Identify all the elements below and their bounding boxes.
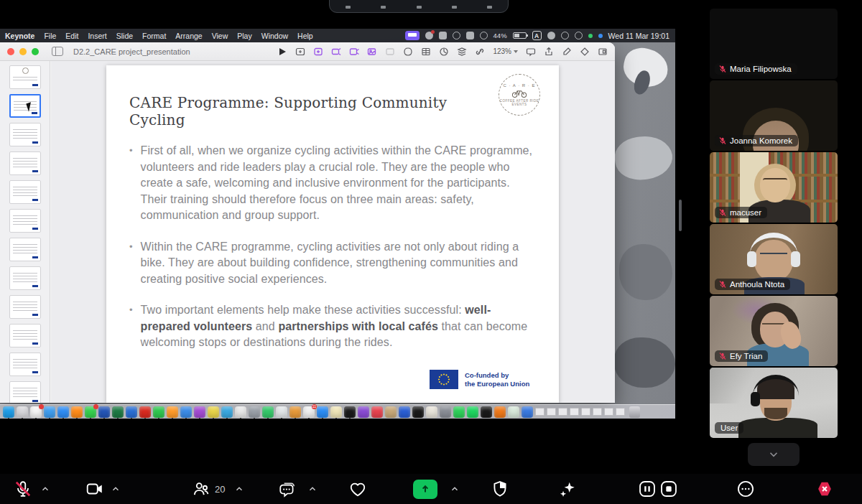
participant-tile-joanna[interactable]: Joanna Komorek bbox=[710, 80, 838, 151]
share-options-chevron[interactable] bbox=[447, 474, 463, 504]
menu-slide[interactable]: Slide bbox=[116, 32, 133, 40]
participant-tile-user[interactable]: User bbox=[710, 368, 838, 438]
keynote-app-icon[interactable] bbox=[167, 406, 178, 418]
menu-view[interactable]: View bbox=[212, 32, 228, 40]
share-screen-green-button[interactable] bbox=[413, 480, 437, 499]
more-button[interactable] bbox=[731, 474, 760, 504]
participants-button[interactable] bbox=[188, 474, 214, 504]
stop-recording-button[interactable] bbox=[658, 474, 680, 504]
launchpad-app-icon[interactable] bbox=[17, 406, 28, 418]
video-options-chevron[interactable] bbox=[108, 474, 124, 504]
slide-thumbnail[interactable] bbox=[9, 266, 41, 290]
dots-app-app-icon[interactable] bbox=[481, 406, 492, 418]
minimize-window-button[interactable] bbox=[19, 48, 27, 55]
spotify-app-icon[interactable] bbox=[467, 406, 478, 418]
minimized-window[interactable] bbox=[558, 408, 567, 416]
chat-button[interactable] bbox=[273, 474, 302, 504]
bluetooth-icon[interactable] bbox=[480, 32, 488, 39]
notification-app-icon[interactable] bbox=[425, 32, 433, 39]
animate-icon[interactable] bbox=[580, 47, 590, 57]
zoom-app-icon[interactable] bbox=[262, 406, 274, 418]
share-icon[interactable] bbox=[544, 47, 554, 57]
record-status-icon[interactable] bbox=[453, 32, 460, 39]
ai-companion-button[interactable] bbox=[553, 474, 582, 504]
minimized-window[interactable] bbox=[581, 408, 590, 416]
slide-thumbnail[interactable] bbox=[9, 180, 41, 204]
screen-sharing-active-icon[interactable] bbox=[405, 31, 420, 40]
participant-tile-anthoula[interactable]: Anthoula Ntota bbox=[710, 224, 838, 294]
cream-app-app-icon[interactable] bbox=[426, 406, 437, 418]
floating-meeting-controls[interactable] bbox=[329, 0, 509, 13]
participant-tile-maria[interactable]: Maria Filipowska bbox=[710, 9, 838, 79]
table-icon[interactable] bbox=[421, 47, 431, 57]
zoom-window-button[interactable] bbox=[32, 48, 39, 55]
slide-thumbnail[interactable] bbox=[9, 123, 41, 146]
input-source-icon[interactable]: A bbox=[532, 31, 542, 40]
minimized-window[interactable] bbox=[570, 408, 579, 416]
menu-bar-clock[interactable]: Wed 11 Mar 19:01 bbox=[608, 32, 669, 40]
music-app-icon[interactable] bbox=[371, 406, 383, 418]
photo-booth-app-icon[interactable] bbox=[385, 406, 397, 418]
shared-content-scrollbar[interactable] bbox=[679, 200, 682, 231]
slide-thumbnail[interactable] bbox=[9, 94, 41, 118]
outlook-app-icon[interactable] bbox=[126, 406, 137, 418]
gray-app-app-icon[interactable] bbox=[440, 406, 451, 418]
menu-insert[interactable]: Insert bbox=[88, 32, 106, 40]
amazon-app-icon[interactable] bbox=[508, 406, 519, 418]
media-purple-icon[interactable] bbox=[367, 47, 377, 57]
star-app-app-icon[interactable] bbox=[399, 406, 410, 418]
numbers-app-icon[interactable] bbox=[153, 406, 164, 418]
zoom-level-control[interactable]: 123% bbox=[493, 47, 518, 55]
audio-options-chevron[interactable] bbox=[37, 474, 53, 504]
blue-app-app-icon[interactable] bbox=[522, 406, 533, 418]
end-meeting-button[interactable] bbox=[810, 474, 839, 504]
menu-play[interactable]: Play bbox=[237, 32, 251, 40]
shape-purple-icon[interactable] bbox=[349, 47, 359, 57]
whatsapp-app-icon[interactable] bbox=[453, 406, 465, 418]
trash-icon[interactable] bbox=[629, 406, 640, 418]
shapes-stack-icon[interactable] bbox=[457, 47, 467, 57]
folder-app-icon[interactable] bbox=[44, 406, 55, 418]
menu-window[interactable]: Window bbox=[261, 32, 288, 40]
zwift-app-icon[interactable] bbox=[494, 406, 506, 418]
photos-app-icon[interactable] bbox=[235, 406, 246, 418]
sidebar-toggle-icon[interactable] bbox=[52, 47, 63, 56]
wifi-icon[interactable] bbox=[547, 32, 555, 39]
minimized-window[interactable] bbox=[547, 408, 556, 416]
participants-options-chevron[interactable] bbox=[231, 474, 247, 504]
slide-thumbnail[interactable] bbox=[9, 65, 41, 89]
participant-tile-efy[interactable]: Efy Trian bbox=[710, 296, 838, 366]
current-slide[interactable]: CARE Programme: Supporting Community Cyc… bbox=[106, 65, 559, 403]
play-slideshow-button[interactable] bbox=[277, 47, 287, 57]
chat-options-chevron[interactable] bbox=[305, 474, 320, 504]
pages-app-icon[interactable] bbox=[180, 406, 192, 418]
affinity-app-icon[interactable] bbox=[194, 406, 205, 418]
word-app-icon[interactable] bbox=[98, 406, 110, 418]
shape-library-icon[interactable] bbox=[403, 47, 413, 57]
minimized-window[interactable] bbox=[593, 408, 602, 416]
mute-button[interactable] bbox=[9, 474, 37, 504]
insert-slide-purple-icon[interactable] bbox=[313, 47, 323, 57]
menu-file[interactable]: File bbox=[44, 32, 56, 40]
slide-thumbnail[interactable] bbox=[9, 238, 41, 261]
minimized-window[interactable] bbox=[604, 408, 613, 416]
minimized-window[interactable] bbox=[535, 408, 544, 416]
messenger-app-icon[interactable] bbox=[317, 406, 328, 418]
google-earth-app-icon[interactable] bbox=[249, 406, 260, 418]
podcasts-app-icon[interactable] bbox=[358, 406, 369, 418]
add-slide-button[interactable] bbox=[295, 47, 305, 57]
security-button[interactable] bbox=[486, 474, 514, 504]
clock-icon[interactable] bbox=[561, 32, 569, 39]
slide-thumbnail[interactable] bbox=[9, 353, 41, 376]
share-screen-button[interactable] bbox=[411, 474, 440, 504]
menu-arrange[interactable]: Arrange bbox=[175, 32, 202, 40]
pause-recording-button[interactable] bbox=[636, 474, 658, 504]
chart-icon[interactable] bbox=[439, 47, 449, 57]
safari-app-icon[interactable] bbox=[57, 406, 69, 418]
reactions-button[interactable] bbox=[343, 474, 372, 504]
notes-app-icon[interactable] bbox=[330, 406, 342, 418]
comment-icon[interactable] bbox=[526, 47, 536, 57]
calendar-app-icon[interactable] bbox=[30, 406, 42, 418]
link-icon[interactable] bbox=[475, 47, 485, 57]
close-window-button[interactable] bbox=[7, 48, 14, 55]
